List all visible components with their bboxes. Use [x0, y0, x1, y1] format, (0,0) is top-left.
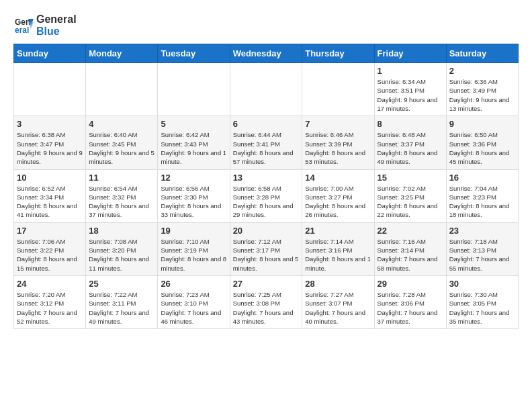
calendar-cell: 29Sunrise: 7:28 AM Sunset: 3:06 PM Dayli…	[374, 275, 446, 328]
cell-content: Sunrise: 6:42 AM Sunset: 3:43 PM Dayligh…	[161, 130, 226, 166]
calendar-week-4: 17Sunrise: 7:06 AM Sunset: 3:22 PM Dayli…	[14, 222, 519, 275]
calendar-cell: 27Sunrise: 7:25 AM Sunset: 3:08 PM Dayli…	[230, 275, 302, 328]
calendar-cell: 12Sunrise: 6:56 AM Sunset: 3:30 PM Dayli…	[158, 169, 230, 222]
calendar-cell: 25Sunrise: 7:22 AM Sunset: 3:11 PM Dayli…	[86, 275, 158, 328]
day-number: 6	[233, 119, 300, 129]
calendar-cell: 14Sunrise: 7:00 AM Sunset: 3:27 PM Dayli…	[302, 169, 374, 222]
svg-text:eral: eral	[15, 26, 29, 35]
cell-content: Sunrise: 7:08 AM Sunset: 3:20 PM Dayligh…	[89, 237, 154, 273]
calendar-cell: 15Sunrise: 7:02 AM Sunset: 3:25 PM Dayli…	[374, 169, 446, 222]
cell-content: Sunrise: 7:18 AM Sunset: 3:13 PM Dayligh…	[449, 237, 515, 273]
calendar-cell: 7Sunrise: 6:46 AM Sunset: 3:39 PM Daylig…	[302, 116, 374, 169]
cell-content: Sunrise: 6:48 AM Sunset: 3:37 PM Dayligh…	[378, 130, 443, 166]
cell-content: Sunrise: 7:00 AM Sunset: 3:27 PM Dayligh…	[305, 184, 371, 220]
logo-icon: Gen eral	[13, 15, 34, 36]
calendar-cell: 10Sunrise: 6:52 AM Sunset: 3:34 PM Dayli…	[14, 169, 86, 222]
logo-blue: Blue	[36, 26, 77, 38]
cell-content: Sunrise: 7:20 AM Sunset: 3:12 PM Dayligh…	[17, 290, 83, 326]
cell-content: Sunrise: 7:28 AM Sunset: 3:06 PM Dayligh…	[378, 290, 443, 326]
day-number: 3	[17, 119, 83, 129]
day-number: 13	[233, 173, 300, 183]
cell-content: Sunrise: 6:44 AM Sunset: 3:41 PM Dayligh…	[233, 130, 300, 166]
day-number: 15	[378, 173, 443, 183]
day-number: 7	[305, 119, 371, 129]
cell-content: Sunrise: 6:50 AM Sunset: 3:36 PM Dayligh…	[449, 130, 515, 166]
cell-content: Sunrise: 6:40 AM Sunset: 3:45 PM Dayligh…	[89, 130, 154, 166]
calendar-cell: 8Sunrise: 6:48 AM Sunset: 3:37 PM Daylig…	[374, 116, 446, 169]
cell-content: Sunrise: 6:58 AM Sunset: 3:28 PM Dayligh…	[233, 184, 300, 220]
day-number: 28	[305, 279, 371, 289]
cell-content: Sunrise: 7:14 AM Sunset: 3:16 PM Dayligh…	[305, 237, 371, 273]
cell-content: Sunrise: 7:02 AM Sunset: 3:25 PM Dayligh…	[378, 184, 443, 220]
day-number: 1	[378, 66, 443, 76]
logo: Gen eral General Blue	[13, 13, 77, 37]
cell-content: Sunrise: 6:46 AM Sunset: 3:39 PM Dayligh…	[305, 130, 371, 166]
cell-content: Sunrise: 7:27 AM Sunset: 3:07 PM Dayligh…	[305, 290, 371, 326]
calendar-cell: 6Sunrise: 6:44 AM Sunset: 3:41 PM Daylig…	[230, 116, 302, 169]
cell-content: Sunrise: 7:16 AM Sunset: 3:14 PM Dayligh…	[378, 237, 443, 273]
day-number: 9	[449, 119, 515, 129]
calendar-week-1: 1Sunrise: 6:34 AM Sunset: 3:51 PM Daylig…	[14, 63, 519, 116]
cell-content: Sunrise: 6:38 AM Sunset: 3:47 PM Dayligh…	[17, 130, 83, 166]
day-number: 16	[449, 173, 515, 183]
weekday-header-sunday: Sunday	[14, 44, 86, 63]
day-number: 10	[17, 173, 83, 183]
calendar-cell: 22Sunrise: 7:16 AM Sunset: 3:14 PM Dayli…	[374, 222, 446, 275]
cell-content: Sunrise: 7:30 AM Sunset: 3:05 PM Dayligh…	[449, 290, 515, 326]
logo-general: General	[36, 13, 77, 26]
cell-content: Sunrise: 7:10 AM Sunset: 3:19 PM Dayligh…	[161, 237, 226, 273]
day-number: 18	[89, 226, 154, 236]
cell-content: Sunrise: 6:52 AM Sunset: 3:34 PM Dayligh…	[17, 184, 83, 220]
day-number: 22	[378, 226, 443, 236]
calendar-header-row: SundayMondayTuesdayWednesdayThursdayFrid…	[14, 44, 519, 63]
calendar-cell: 20Sunrise: 7:12 AM Sunset: 3:17 PM Dayli…	[230, 222, 302, 275]
weekday-header-friday: Friday	[374, 44, 446, 63]
day-number: 23	[449, 226, 515, 236]
day-number: 14	[305, 173, 371, 183]
calendar-cell: 4Sunrise: 6:40 AM Sunset: 3:45 PM Daylig…	[86, 116, 158, 169]
calendar-cell: 13Sunrise: 6:58 AM Sunset: 3:28 PM Dayli…	[230, 169, 302, 222]
calendar-cell: 3Sunrise: 6:38 AM Sunset: 3:47 PM Daylig…	[14, 116, 86, 169]
cell-content: Sunrise: 7:04 AM Sunset: 3:23 PM Dayligh…	[449, 184, 515, 220]
calendar-cell	[230, 63, 302, 116]
day-number: 19	[161, 226, 226, 236]
day-number: 21	[305, 226, 371, 236]
cell-content: Sunrise: 7:06 AM Sunset: 3:22 PM Dayligh…	[17, 237, 83, 273]
day-number: 24	[17, 279, 83, 289]
day-number: 8	[378, 119, 443, 129]
calendar-cell: 26Sunrise: 7:23 AM Sunset: 3:10 PM Dayli…	[158, 275, 230, 328]
cell-content: Sunrise: 6:36 AM Sunset: 3:49 PM Dayligh…	[449, 77, 515, 113]
calendar-cell	[14, 63, 86, 116]
cell-content: Sunrise: 7:22 AM Sunset: 3:11 PM Dayligh…	[89, 290, 154, 326]
calendar-cell: 23Sunrise: 7:18 AM Sunset: 3:13 PM Dayli…	[446, 222, 518, 275]
calendar-cell: 24Sunrise: 7:20 AM Sunset: 3:12 PM Dayli…	[14, 275, 86, 328]
calendar-cell: 18Sunrise: 7:08 AM Sunset: 3:20 PM Dayli…	[86, 222, 158, 275]
calendar-cell: 11Sunrise: 6:54 AM Sunset: 3:32 PM Dayli…	[86, 169, 158, 222]
calendar-cell	[86, 63, 158, 116]
cell-content: Sunrise: 6:34 AM Sunset: 3:51 PM Dayligh…	[378, 77, 443, 113]
calendar-cell: 16Sunrise: 7:04 AM Sunset: 3:23 PM Dayli…	[446, 169, 518, 222]
calendar-cell: 1Sunrise: 6:34 AM Sunset: 3:51 PM Daylig…	[374, 63, 446, 116]
calendar-cell: 9Sunrise: 6:50 AM Sunset: 3:36 PM Daylig…	[446, 116, 518, 169]
cell-content: Sunrise: 6:56 AM Sunset: 3:30 PM Dayligh…	[161, 184, 226, 220]
weekday-header-thursday: Thursday	[302, 44, 374, 63]
day-number: 27	[233, 279, 300, 289]
cell-content: Sunrise: 6:54 AM Sunset: 3:32 PM Dayligh…	[89, 184, 154, 220]
weekday-header-monday: Monday	[86, 44, 158, 63]
calendar-cell: 30Sunrise: 7:30 AM Sunset: 3:05 PM Dayli…	[446, 275, 518, 328]
calendar-cell: 2Sunrise: 6:36 AM Sunset: 3:49 PM Daylig…	[446, 63, 518, 116]
day-number: 20	[233, 226, 300, 236]
day-number: 11	[89, 173, 154, 183]
calendar-cell: 28Sunrise: 7:27 AM Sunset: 3:07 PM Dayli…	[302, 275, 374, 328]
cell-content: Sunrise: 7:12 AM Sunset: 3:17 PM Dayligh…	[233, 237, 300, 273]
calendar-week-5: 24Sunrise: 7:20 AM Sunset: 3:12 PM Dayli…	[14, 275, 519, 328]
weekday-header-wednesday: Wednesday	[230, 44, 302, 63]
cell-content: Sunrise: 7:25 AM Sunset: 3:08 PM Dayligh…	[233, 290, 300, 326]
calendar-week-2: 3Sunrise: 6:38 AM Sunset: 3:47 PM Daylig…	[14, 116, 519, 169]
calendar-cell	[158, 63, 230, 116]
calendar-cell: 21Sunrise: 7:14 AM Sunset: 3:16 PM Dayli…	[302, 222, 374, 275]
day-number: 12	[161, 173, 226, 183]
day-number: 4	[89, 119, 154, 129]
day-number: 2	[449, 66, 515, 76]
weekday-header-saturday: Saturday	[446, 44, 518, 63]
